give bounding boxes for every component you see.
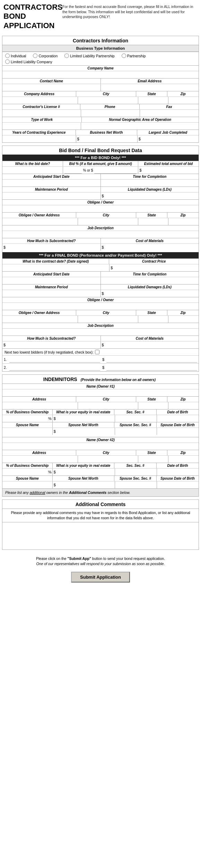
- owner2-pct-input[interactable]: [2, 469, 47, 476]
- owner2-spouse-net-label: Spouse Net Worth: [53, 476, 114, 481]
- work-geo-label-row: Type of Work Normal Geographic Area of O…: [2, 117, 199, 122]
- owner1-spouse-dob-input[interactable]: [157, 428, 199, 435]
- email-input[interactable]: [101, 84, 199, 91]
- obligee-addr-input[interactable]: [2, 218, 78, 225]
- bidder-2-input[interactable]: [9, 364, 100, 371]
- contract-date-input[interactable]: [2, 264, 109, 271]
- city-label: City: [76, 91, 136, 97]
- owner2-equity-input[interactable]: [56, 469, 115, 476]
- bid-date-input[interactable]: [2, 167, 63, 174]
- final-ld-input[interactable]: [105, 290, 199, 297]
- job-desc-input-row: [2, 231, 199, 238]
- geographic-cell: [81, 123, 199, 130]
- ld-input[interactable]: [105, 192, 199, 199]
- years-input[interactable]: [2, 135, 76, 142]
- final-obligee-input[interactable]: [2, 303, 199, 310]
- owner1-spouse-name-input[interactable]: [2, 428, 52, 435]
- owner2-spouse-net-input[interactable]: [56, 481, 115, 488]
- owner2-addr-input[interactable]: [2, 456, 78, 463]
- additional-comments-textarea[interactable]: [4, 524, 197, 547]
- largest-job-input[interactable]: [141, 135, 199, 142]
- zip-label: Zip: [167, 91, 199, 97]
- estimated-total-input[interactable]: [142, 167, 199, 174]
- cost-mat-label: Cost of Materials: [101, 238, 199, 243]
- state-input[interactable]: [138, 97, 168, 104]
- owner2-dob-input[interactable]: [157, 469, 199, 476]
- owner1-city-input[interactable]: [78, 402, 138, 409]
- owner1-dob-input[interactable]: [157, 415, 199, 422]
- owner2-spouse-sec-input[interactable]: [115, 481, 157, 488]
- contract-price-input[interactable]: [113, 264, 199, 271]
- job-desc-input[interactable]: [2, 231, 199, 238]
- final-obligee-zip-input[interactable]: [168, 316, 199, 323]
- bidder-2-amount[interactable]: [106, 364, 197, 371]
- next-two-checkbox[interactable]: [95, 350, 99, 354]
- owner2-zip-input[interactable]: [168, 456, 199, 463]
- final-maintenance-input[interactable]: [2, 290, 101, 297]
- final-job-desc-label: Job Description: [2, 323, 199, 328]
- city-input[interactable]: [78, 97, 138, 104]
- subcontracted-input[interactable]: [6, 244, 100, 251]
- final-job-desc-input[interactable]: [2, 329, 199, 336]
- geographic-input[interactable]: [81, 123, 199, 130]
- work-geo-input-row: [2, 122, 199, 130]
- obligee-state-input[interactable]: [138, 218, 168, 225]
- obligee-city-input[interactable]: [78, 218, 138, 225]
- contact-name-cell: [2, 84, 101, 91]
- owner1-sec-input[interactable]: [115, 415, 157, 422]
- radio-llc[interactable]: Limited Liability Company: [5, 59, 52, 64]
- start-date-input[interactable]: [2, 180, 101, 187]
- bid-pct-input[interactable]: [64, 167, 82, 174]
- owner1-name-input[interactable]: [2, 389, 199, 396]
- zip-input[interactable]: [168, 97, 199, 104]
- final-mat-input[interactable]: [105, 341, 199, 348]
- owner2-pct-input-row: % $: [2, 468, 199, 476]
- work-type-input[interactable]: [2, 123, 81, 130]
- sub-mat-label-row: How Much is Subcontracted? Cost of Mater…: [2, 238, 199, 243]
- completion-input[interactable]: [101, 180, 199, 187]
- net-worth-input[interactable]: [80, 135, 137, 142]
- maintenance-input[interactable]: [2, 192, 101, 199]
- bidder-1-input[interactable]: [9, 356, 100, 363]
- license-input[interactable]: [2, 110, 81, 117]
- phone-input[interactable]: [81, 110, 140, 117]
- liquidated-label: Liquidated Damages (LDs): [101, 187, 199, 192]
- owner1-spouse-net-input[interactable]: [56, 428, 115, 435]
- final-sub-input[interactable]: [6, 341, 100, 348]
- company-name-input[interactable]: [2, 71, 199, 78]
- owner2-city-input[interactable]: [78, 456, 138, 463]
- contact-name-input[interactable]: [2, 84, 101, 91]
- radio-corporation[interactable]: Corporation: [33, 53, 58, 58]
- final-obligee-state-input[interactable]: [138, 316, 168, 323]
- owner2-state-input[interactable]: [138, 456, 168, 463]
- owner1-state-input[interactable]: [138, 402, 168, 409]
- final-start-input[interactable]: [2, 277, 101, 284]
- owner1-spouse-sec-input[interactable]: [115, 428, 157, 435]
- final-obligee-city-input[interactable]: [78, 316, 138, 323]
- owner1-pct-input[interactable]: [2, 415, 47, 422]
- owner1-zip-input[interactable]: [168, 402, 199, 409]
- radio-partnership[interactable]: Partnership: [122, 53, 146, 58]
- final-obligee-addr-input[interactable]: [2, 316, 78, 323]
- cost-mat-input[interactable]: [105, 244, 199, 251]
- address-input[interactable]: [2, 97, 78, 104]
- obligee-zip-input[interactable]: [168, 218, 199, 225]
- years-cell: [2, 135, 76, 142]
- owner2-name-input[interactable]: [2, 443, 199, 450]
- owner1-zip-label: Zip: [167, 397, 199, 402]
- fax-input[interactable]: [140, 110, 199, 117]
- submit-button[interactable]: Submit Application: [71, 572, 130, 582]
- owner2-spouse-name-input[interactable]: [2, 481, 52, 488]
- bidder-1-amount[interactable]: [106, 356, 197, 363]
- owner2-spouse-dob-input[interactable]: [157, 481, 199, 488]
- owner1-equity-input[interactable]: [56, 415, 115, 422]
- final-completion-input[interactable]: [101, 277, 199, 284]
- obligee-input-row: [2, 205, 199, 212]
- owner1-addr-input[interactable]: [2, 402, 78, 409]
- owner2-sec-input[interactable]: [115, 469, 157, 476]
- radio-llp[interactable]: Limited Liability Partnership: [64, 53, 114, 58]
- obligee-input[interactable]: [2, 205, 199, 212]
- radio-individual[interactable]: Individual: [5, 53, 26, 58]
- license-label: Contractor's License #: [2, 104, 80, 109]
- bid-flat-input[interactable]: [94, 167, 137, 174]
